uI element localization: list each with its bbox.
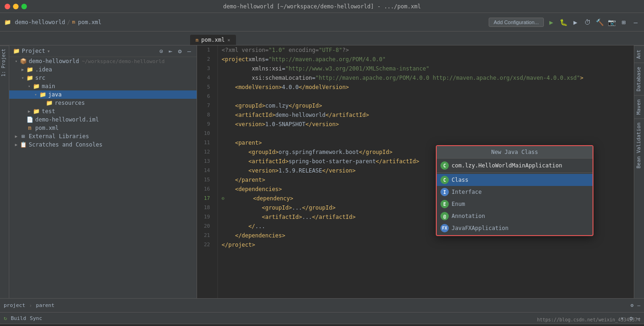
layout-icon[interactable]: ⊞ [619,18,628,27]
window-controls[interactable] [5,4,27,9]
build-icon[interactable]: 🔨 [595,18,604,27]
code-line-6 [222,92,634,101]
line-num-3: 3 [197,64,214,73]
profile-icon[interactable]: ⏱ [583,18,592,27]
status-minus-icon[interactable]: — [637,302,640,308]
code-line-3: xmlns:xsi="http://www.w3.org/2001/XMLSch… [222,64,634,73]
line-num-5: 5 [197,83,214,92]
tree-item-test[interactable]: ▶ 📁 test [9,107,197,115]
sidebar-title: 📁 Project ▾ [13,48,50,54]
fx-icon: FX [440,224,449,232]
camera-icon[interactable]: 📷 [607,18,616,27]
debug-icon[interactable]: 🐛 [559,18,568,27]
right-tab-bean-validation[interactable]: Bean Validation [634,118,644,172]
window-title: demo-helloworld [~/workspace/demo-hellow… [223,3,421,10]
left-tab-project[interactable]: 1: Project [0,45,9,79]
tab-pom-xml[interactable]: m pom.xml × [190,35,236,45]
tree-item-main[interactable]: ▾ 📁 main [9,82,197,90]
popup-item-class[interactable]: C Class [437,174,593,186]
tree-label-iml: demo-helloworld.iml [35,116,99,123]
minimize-icon[interactable]: — [631,18,640,27]
line-num-16: 16 [197,185,214,194]
tab-bar: m pom.xml × [0,32,644,45]
tree-item-scratches[interactable]: ▶ 📋 Scratches and Consoles [9,141,197,149]
coverage-icon[interactable]: ▶ [571,18,580,27]
arrow-test: ▶ [26,108,32,115]
sidebar-dropdown-arrow[interactable]: ▾ [47,48,51,54]
editor-area: 1 2 3 4 5 6 7 8 9 10 11 12 13 14 15 16 1… [197,45,634,298]
minimize-button[interactable] [13,4,19,9]
tree-item-java[interactable]: ▾ 📁 java [9,90,197,99]
popup-item-annotation[interactable]: @ Annotation [437,210,593,222]
top-toolbar: 📁 demo-helloworld / m pom.xml Add Config… [0,13,644,32]
line-num-9: 9 [197,120,214,129]
folder-icon-sidebar: 📁 [13,48,20,54]
bottom-panel-content: ▾ ✓ Sync: at 2021/2/25, 3:50 下午 14 s 741… [0,324,644,326]
line-num-20: 20 [197,222,214,231]
run-icon[interactable]: ▶ [547,18,556,27]
arrow-idea: ▶ [19,66,26,73]
close-button[interactable] [5,4,10,9]
right-tab-ant[interactable]: Ant [634,45,644,63]
tree-item-extlibs[interactable]: ▶ ⊞ External Libraries [9,132,197,141]
tree-label-resources: resources [55,100,85,106]
toolbar-right: Add Configuration... ▶ 🐛 ▶ ⏱ 🔨 📷 ⊞ — [489,18,640,27]
code-line-10 [222,129,634,138]
line-num-21: 21 [197,231,214,240]
file-tree-sidebar: 📁 Project ▾ ⊙ ⇤ ⚙ — ▾ 📦 demo-helloworld … [9,45,197,298]
tree-label-scratches: Scratches and Consoles [29,141,102,148]
test-folder-icon: 📁 [32,108,40,115]
tree-item-root[interactable]: ▾ 📦 demo-helloworld ~/workspace/demo-hel… [9,57,197,65]
hide-icon[interactable]: — [185,47,193,55]
tab-close-icon[interactable]: × [228,38,230,43]
popup-item-interface[interactable]: I Interface [437,186,593,198]
tree-label-main: main [42,83,55,89]
build-tab[interactable]: Build [11,315,26,321]
add-config-button[interactable]: Add Configuration... [489,18,544,27]
enum-label: Enum [452,201,465,207]
interface-label: Interface [452,189,482,195]
annotation-icon: @ [440,212,449,220]
popup-list: C Class I Interface E Enum @ Annotation [437,173,593,235]
class-label: Class [452,177,468,183]
breadcrumb-file[interactable]: pom.xml [78,19,102,26]
pom-file-icon: m [26,124,33,132]
popup-input-row: C [437,159,593,173]
arrow-scratches: ▶ [13,141,19,148]
maximize-button[interactable] [21,4,27,9]
settings-icon[interactable]: ⚙ [176,47,184,55]
tree-item-src[interactable]: ▾ 📁 src [9,74,197,82]
tree-item-iml[interactable]: ▶ 📄 demo-helloworld.iml [9,115,197,124]
breadcrumb-project[interactable]: demo-helloworld [15,19,65,26]
status-breadcrumb-parent: parent [36,302,55,308]
tree-label-root: demo-helloworld [29,58,79,64]
file-icon-toolbar: m [72,19,76,25]
main-folder-icon: 📁 [32,83,40,90]
tab-label: pom.xml [201,37,225,43]
class-name-input[interactable] [452,162,589,169]
right-sidebar: Ant Database Maven Bean Validation [634,45,644,298]
right-tab-maven[interactable]: Maven [634,95,644,118]
tree-label-extlibs: External Libraries [29,133,89,140]
code-line-5: <modelVersion>4.0.0</modelVersion> [222,83,634,92]
status-gear-icon[interactable]: ⚙ [631,302,634,308]
interface-icon: I [440,188,449,196]
tree-item-resources[interactable]: ▶ 📁 resources [9,99,197,107]
popup-item-fx[interactable]: FX JavaFXApplication [437,222,593,234]
java-folder-icon: 📁 [39,91,46,98]
tree-item-idea[interactable]: ▶ 📁 .idea [9,65,197,74]
line-num-15: 15 [197,175,214,185]
popup-item-enum[interactable]: E Enum [437,198,593,210]
project-icon: 📁 [4,19,11,26]
right-tab-database[interactable]: Database [634,63,644,95]
main-layout: 1: Project 📁 Project ▾ ⊙ ⇤ ⚙ — ▾ 📦 demo-… [0,45,644,298]
line-num-10: 10 [197,129,214,138]
scratches-icon: 📋 [19,141,27,148]
tree-item-pom[interactable]: ▶ m pom.xml [9,124,197,132]
popup-title: New Java Class [437,146,593,159]
new-java-class-popup[interactable]: New Java Class C C Class I Interface [436,145,593,236]
collapse-icon[interactable]: ⇤ [167,47,174,55]
line-num-14: 14 [197,166,214,175]
sync-tab[interactable]: Sync [30,315,42,321]
sync-icon[interactable]: ⊙ [158,47,165,55]
